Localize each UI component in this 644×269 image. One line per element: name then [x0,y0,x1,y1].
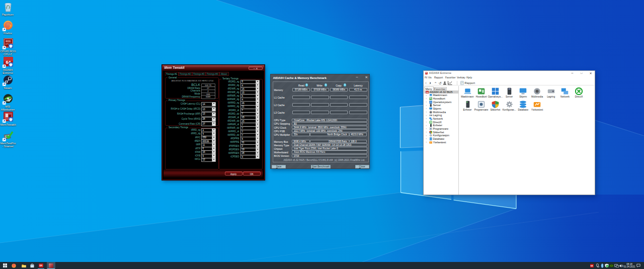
svg-text:ROG: ROG [6,40,11,43]
svg-text:64: 64 [426,91,428,93]
